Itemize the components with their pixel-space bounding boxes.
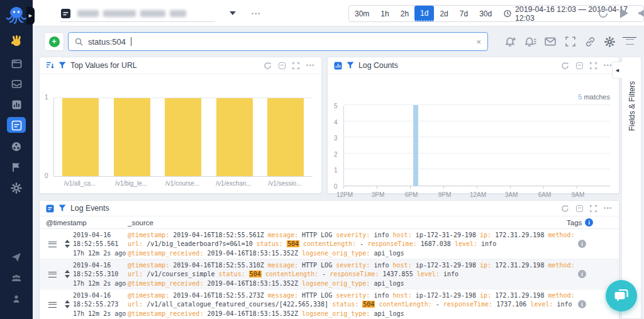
refresh-icon[interactable] [561, 62, 569, 70]
log-value[interactable]: info [374, 292, 389, 299]
log-key[interactable]: ip: [480, 292, 491, 299]
log-key[interactable]: host: [393, 262, 412, 269]
log-value[interactable]: 172.31.29.198 [495, 232, 544, 238]
time-range-30m[interactable]: 30m [349, 6, 375, 21]
log-key[interactable]: @timestamp_received: [128, 280, 203, 287]
time-range-30d[interactable]: 30d [474, 6, 497, 21]
refresh-icon[interactable] [264, 62, 272, 70]
time-range-7d[interactable]: 7d [454, 6, 474, 21]
clear-search-icon[interactable]: × [476, 37, 481, 47]
log-value[interactable]: 2019-04-16T18:52:55.561Z [173, 232, 264, 238]
log-key[interactable]: status: [219, 271, 245, 277]
settings-gear-icon[interactable] [602, 36, 616, 47]
play-button[interactable] [620, 8, 628, 18]
collapse-icon[interactable] [279, 62, 286, 69]
log-value[interactable]: 172.31.29.198 [495, 262, 544, 269]
log-value[interactable]: api_logs [374, 250, 404, 257]
log-key[interactable]: severity: [336, 262, 370, 269]
log-value[interactable]: 2019-04-16T18:53:15.352Z [207, 250, 298, 257]
expand-icon[interactable] [590, 205, 597, 212]
log-key[interactable]: contentLength: [379, 301, 431, 308]
log-key[interactable]: url: [128, 271, 143, 277]
log-value[interactable]: /v1/all_catalogue_featured_courses/[422,… [147, 301, 328, 308]
fullscreen-icon[interactable] [564, 36, 577, 47]
time-range-1d[interactable]: 1d [414, 6, 434, 21]
log-value[interactable]: 172.31.29.198 [495, 292, 544, 299]
col-source[interactable]: _source [128, 219, 153, 227]
log-value[interactable]: HTTP LOG [302, 292, 332, 299]
menu-hamburger-icon[interactable] [623, 36, 636, 47]
live-chat-button[interactable] [606, 280, 637, 311]
log-key[interactable]: logsene_orig_type: [302, 250, 370, 257]
log-count-bar[interactable] [413, 105, 418, 186]
log-value[interactable]: - [360, 240, 364, 247]
log-value[interactable]: - [436, 301, 440, 308]
log-value[interactable]: 1737.106 [496, 301, 526, 308]
email-report-icon[interactable] [543, 36, 557, 47]
collapse-icon[interactable] [576, 205, 583, 212]
info-icon[interactable]: i [578, 240, 586, 248]
expand-icon[interactable] [590, 62, 597, 69]
sidebar-item-team[interactable] [0, 271, 33, 285]
collapse-icon[interactable] [576, 62, 583, 69]
log-key[interactable]: responseTime: [330, 271, 379, 277]
filter-funnel-icon[interactable] [58, 62, 66, 69]
log-key[interactable]: @timestamp: [128, 262, 169, 269]
log-key[interactable]: @timestamp: [128, 232, 169, 238]
log-value[interactable]: 1687.038 [421, 240, 451, 247]
log-value[interactable]: 2019-04-16T18:52:55.273Z [173, 292, 264, 299]
log-value[interactable]: 2019-04-16T18:52:55.310Z [173, 262, 264, 269]
log-key[interactable]: level: [530, 301, 553, 308]
log-key[interactable]: logsene_orig_type: [302, 280, 370, 287]
col-timestamp[interactable]: @timestamp [46, 219, 87, 227]
log-key[interactable]: method: [548, 262, 574, 269]
time-range-2d[interactable]: 2d [434, 6, 453, 21]
fields-filters-toggle[interactable]: ◀ [612, 62, 622, 79]
time-range-1h[interactable]: 1h [375, 6, 394, 21]
bar-/v1/sessio...[interactable] [267, 98, 304, 176]
log-value[interactable]: ip-172-31-29-198 [416, 292, 476, 299]
log-value[interactable]: ip-172-31-29-198 [416, 262, 476, 269]
log-key[interactable]: status: [257, 240, 283, 247]
log-key[interactable]: host: [393, 232, 412, 238]
log-key[interactable]: message: [268, 232, 298, 238]
log-key[interactable]: ip: [480, 232, 491, 238]
sidebar-item-integrations[interactable] [0, 181, 33, 195]
info-icon[interactable]: i [585, 218, 593, 227]
search-input[interactable]: status:504 × [68, 32, 488, 51]
log-key[interactable]: logsene_orig_type: [302, 310, 370, 317]
log-value[interactable]: api_logs [374, 280, 404, 287]
log-key[interactable]: @timestamp_received: [128, 250, 203, 257]
row-menu-icon[interactable] [48, 272, 57, 277]
sidebar-item-monitoring[interactable] [0, 98, 33, 111]
sidebar-item-experience[interactable] [0, 140, 33, 154]
log-key[interactable]: ip: [480, 262, 491, 269]
log-value-highlighted[interactable]: 504 [249, 271, 262, 277]
panel-menu-icon[interactable]: ••• [604, 205, 613, 211]
log-value[interactable]: 2019-04-16T18:53:15.352Z [207, 310, 298, 317]
add-widget-button[interactable]: + [44, 32, 64, 51]
panel-menu-icon[interactable]: ••• [604, 62, 613, 69]
log-value[interactable]: /v1/big_leaderboard?s=0&l=10 [147, 240, 253, 247]
refresh-button[interactable] [597, 8, 609, 21]
log-value[interactable]: api_logs [374, 310, 404, 317]
filter-funnel-icon[interactable] [58, 204, 66, 212]
sidebar-item-logs[interactable] [0, 118, 33, 132]
log-key[interactable]: @timestamp_received: [128, 310, 203, 317]
sidebar-expand-tab[interactable]: ▶ [26, 7, 35, 25]
log-key[interactable]: responseTime: [367, 240, 416, 247]
log-key[interactable]: contentLength: [303, 240, 356, 247]
caret-down-icon[interactable] [230, 11, 236, 15]
fields-filters-label[interactable]: Fields & Filters [628, 81, 636, 131]
log-key[interactable]: method: [548, 292, 574, 299]
log-key[interactable]: level: [417, 271, 440, 277]
sidebar-item-welcome[interactable] [0, 33, 33, 47]
panel-menu-icon[interactable]: ••• [306, 62, 315, 69]
log-key[interactable]: responseTime: [443, 301, 492, 308]
bar-/v1/big_le...[interactable] [114, 98, 150, 176]
log-value[interactable]: info [481, 240, 496, 247]
row-expand-icon[interactable] [65, 300, 70, 308]
log-value-highlighted[interactable]: 504 [287, 240, 299, 247]
log-key[interactable]: level: [455, 240, 477, 247]
sort-desc-icon[interactable] [46, 62, 54, 69]
